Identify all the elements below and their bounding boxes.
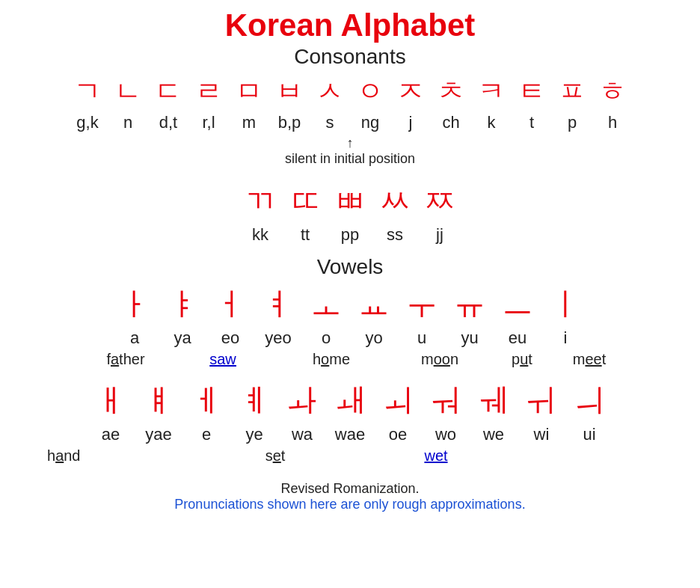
vowel2-korean: ㅢ — [574, 380, 605, 422]
consonant-roman: g,k — [74, 113, 101, 132]
vowel2-roman: wo — [430, 425, 461, 444]
second-vowel-section: ㅐㅒㅔㅖㅘㅙㅚㅝㅞㅟㅢ aeyaeeyewawaeoewowewiui — [15, 380, 685, 447]
double-consonant-korean: ㅉ — [424, 180, 455, 222]
double-consonant-roman: pp — [334, 225, 366, 245]
vowel2-roman: ae — [95, 425, 126, 444]
consonant-roman: d,t — [155, 113, 182, 132]
vowel1-korean: ㅗ — [310, 284, 342, 325]
vowel2-roman: wae — [334, 425, 366, 444]
example-set: set — [189, 447, 361, 465]
consonant-korean: ㅎ — [599, 73, 626, 110]
vowel2-roman: ui — [574, 425, 605, 444]
vowels1-korean-row: ㅏㅑㅓㅕㅗㅛㅜㅠㅡㅣ — [119, 284, 581, 325]
silent-note-section: ↑ silent in initial position — [285, 135, 415, 167]
consonant-roman: m — [236, 113, 262, 132]
vowel2-roman: wi — [526, 425, 557, 444]
vowels2-roman-row: aeyaeeyewawaeoewowewiui — [95, 425, 605, 444]
example-wet: wet — [361, 447, 511, 465]
consonant-roman: s — [316, 113, 343, 132]
vowels2-korean-row: ㅐㅒㅔㅖㅘㅙㅚㅝㅞㅟㅢ — [95, 380, 605, 422]
vowel2-korean: ㅐ — [95, 380, 126, 422]
vowel2-roman: ye — [239, 425, 270, 444]
vowel2-korean: ㅒ — [143, 380, 174, 422]
double-consonants-section: ㄲㄸㅃㅆㅉ kkttppssjj — [245, 180, 455, 248]
silent-note: silent in initial position — [285, 151, 415, 167]
vowel2-roman: we — [478, 425, 509, 444]
vowel2-roman: e — [191, 425, 222, 444]
vowel1-roman: i — [550, 328, 581, 348]
vowel1-korean: ㅕ — [262, 284, 294, 325]
consonant-korean: ㅊ — [438, 73, 464, 110]
double-consonant-korean: ㅃ — [334, 180, 366, 222]
consonant-korean: ㄱ — [74, 73, 101, 110]
examples1-row: father saw home moon put meet — [15, 351, 685, 368]
consonant-korean: ㄹ — [195, 73, 222, 110]
consonant-korean: ㄴ — [114, 73, 141, 110]
consonant-roman: ng — [357, 113, 384, 132]
example-put-underline: u — [520, 351, 528, 367]
example-set-underline: e — [273, 447, 281, 464]
vowel1-roman: eo — [215, 328, 246, 348]
vowel2-roman: wa — [286, 425, 318, 444]
double-consonant-roman: ss — [379, 225, 411, 245]
vowels1-roman-row: ayaeoyeooyouyueui — [119, 328, 581, 348]
consonant-korean: ㅂ — [276, 73, 303, 110]
consonant-roman: t — [518, 113, 545, 132]
consonant-roman: p — [559, 113, 586, 132]
example-saw-link: saw — [209, 351, 236, 367]
consonant-korean: ㅁ — [236, 73, 262, 110]
double-consonant-roman: tt — [289, 225, 321, 245]
vowel1-roman: u — [406, 328, 438, 348]
vowel2-korean: ㅘ — [286, 380, 318, 422]
example-meet: meet — [556, 351, 623, 368]
page-title: Korean Alphabet — [225, 7, 475, 43]
double-consonants-korean-row: ㄲㄸㅃㅆㅉ — [245, 180, 455, 222]
example-home-underline: o — [321, 351, 329, 367]
double-consonants-roman-row: kkttppssjj — [245, 225, 455, 245]
double-consonant-korean: ㄸ — [289, 180, 321, 222]
example-home: home — [271, 351, 391, 368]
arrow-up-icon: ↑ — [347, 135, 354, 151]
example-father: father — [77, 351, 174, 368]
consonant-korean: ㅈ — [397, 73, 424, 110]
consonant-korean: ㅋ — [478, 73, 505, 110]
consonant-korean: ㅌ — [518, 73, 545, 110]
consonant-korean: ㅍ — [559, 73, 586, 110]
example-wet-link: wet — [424, 447, 447, 464]
consonant-roman: h — [599, 113, 626, 132]
example-saw: saw — [174, 351, 271, 368]
double-consonant-roman: kk — [245, 225, 276, 245]
consonants-roman-row: g,knd,tr,lmb,psngjchktph — [74, 113, 626, 132]
consonant-roman: j — [397, 113, 424, 132]
vowel1-roman: yo — [358, 328, 390, 348]
footer-romanization: Revised Romanization. — [174, 481, 525, 497]
double-consonant-korean: ㄲ — [245, 180, 276, 222]
vowel1-korean: ㅑ — [167, 284, 198, 325]
vowels-header: Vowels — [317, 255, 384, 279]
consonant-roman: k — [478, 113, 505, 132]
example-moon: moon — [391, 351, 488, 368]
vowel2-korean: ㅟ — [526, 380, 557, 422]
vowel1-roman: a — [119, 328, 150, 348]
vowel2-roman: yae — [143, 425, 174, 444]
footer-approximations: Pronunciations shown here are only rough… — [174, 497, 525, 512]
vowel1-roman: ya — [167, 328, 198, 348]
vowel2-korean: ㅞ — [478, 380, 509, 422]
consonant-korean: ㄷ — [155, 73, 182, 110]
example-meet-underline: ee — [585, 351, 601, 367]
consonant-roman: ch — [438, 113, 464, 132]
vowel1-korean: ㅡ — [502, 284, 533, 325]
vowel2-korean: ㅔ — [191, 380, 222, 422]
consonants-header: Consonants — [294, 45, 405, 69]
example-hand: hand — [40, 447, 189, 465]
vowel2-korean: ㅖ — [239, 380, 270, 422]
consonant-korean: ㅇ — [357, 73, 384, 110]
footer-section: Revised Romanization. Pronunciations sho… — [174, 481, 525, 512]
example-moon-underline: oo — [434, 351, 450, 367]
vowel1-korean: ㅛ — [358, 284, 390, 325]
vowel2-korean: ㅚ — [382, 380, 414, 422]
consonant-roman: r,l — [195, 113, 222, 132]
vowel1-roman: eu — [502, 328, 533, 348]
vowel1-roman: yu — [454, 328, 485, 348]
vowel1-korean: ㅠ — [454, 284, 485, 325]
